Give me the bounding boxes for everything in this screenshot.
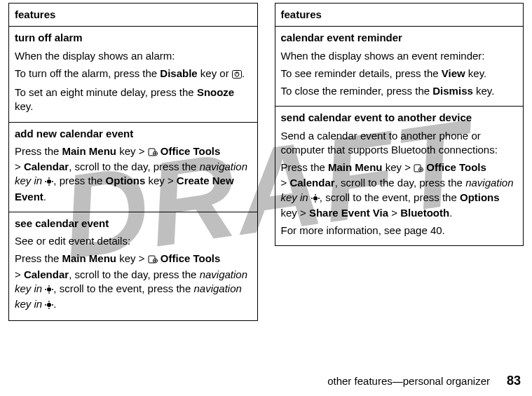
table-cell-event-reminder: calendar event reminder When the display… xyxy=(275,27,524,107)
office-tools-label: Office Tools xyxy=(426,161,486,173)
paragraph: Press the Main Menu key > Office Tools >… xyxy=(15,144,252,204)
power-key-icon xyxy=(232,68,242,82)
center-key-icon xyxy=(45,175,53,189)
paragraph: To set an eight minute delay, press the … xyxy=(15,86,252,114)
text: , scroll to the day, press the xyxy=(69,161,199,172)
cell-title: send calendar event to another device xyxy=(281,111,518,125)
text: , scroll to the day, press the xyxy=(335,177,465,189)
view-key-label: View xyxy=(442,67,465,79)
dismiss-key-label: Dismiss xyxy=(432,85,473,97)
main-menu-key-label: Main Menu xyxy=(328,161,383,173)
main-menu-key-label: Main Menu xyxy=(62,145,117,157)
text: , press the xyxy=(53,175,105,186)
text: To close the reminder, press the xyxy=(281,85,433,97)
svg-point-5 xyxy=(47,179,51,184)
text: key > xyxy=(116,252,148,264)
text: key. xyxy=(15,100,33,112)
text: key > xyxy=(145,175,177,186)
text: , scroll to the day, press the xyxy=(69,268,199,280)
calendar-label: Calendar xyxy=(24,161,69,172)
text: Press the xyxy=(15,145,62,157)
features-table-right: features calendar event reminder When th… xyxy=(275,3,524,246)
calendar-label: Calendar xyxy=(24,268,69,280)
office-tools-icon xyxy=(414,162,423,176)
text: key > xyxy=(383,161,414,173)
paragraph: Send a calendar event to another phone o… xyxy=(281,129,518,158)
bluetooth-label: Bluetooth xyxy=(400,207,449,219)
cell-title: turn off alarm xyxy=(15,31,252,45)
text: , scroll to the event, press the xyxy=(320,191,460,203)
text: key > xyxy=(116,145,148,157)
paragraph: When the display shows an alarm: xyxy=(15,49,252,63)
snooze-key-label: Snooze xyxy=(197,86,234,98)
text: Press the xyxy=(281,161,329,173)
features-table-left: features turn off alarm When the display… xyxy=(8,3,258,321)
paragraph: For more information, see page 40. xyxy=(281,224,518,238)
options-key-label: Options xyxy=(460,191,500,203)
text: . xyxy=(449,207,452,219)
office-tools-icon xyxy=(148,146,158,160)
text: , scroll to the event, press the xyxy=(53,282,193,294)
text: . xyxy=(53,298,56,310)
paragraph: Press the Main Menu key > Office Tools >… xyxy=(281,161,518,220)
table-cell-turn-off-alarm: turn off alarm When the display shows an… xyxy=(9,27,258,122)
text: To turn off the alarm, press the xyxy=(15,67,160,79)
text: Press the xyxy=(15,252,62,264)
paragraph: To see reminder details, press the View … xyxy=(281,67,518,81)
page-number: 83 xyxy=(507,372,521,389)
paragraph: When the display shows an event reminder… xyxy=(281,49,518,63)
office-tools-label: Office Tools xyxy=(161,145,221,157)
text: . xyxy=(242,67,245,79)
left-column: features turn off alarm When the display… xyxy=(8,3,258,321)
svg-point-8 xyxy=(47,287,51,292)
text: To see reminder details, press the xyxy=(281,67,442,79)
calendar-label: Calendar xyxy=(289,177,334,189)
table-cell-add-event: add new calendar event Press the Main Me… xyxy=(9,122,258,212)
cell-title: see calendar event xyxy=(15,217,252,231)
cell-title: add new calendar event xyxy=(15,127,252,141)
svg-point-12 xyxy=(313,196,318,200)
table-header: features xyxy=(275,4,524,27)
main-menu-key-label: Main Menu xyxy=(62,252,117,264)
options-key-label: Options xyxy=(106,175,146,186)
paragraph: To close the reminder, press the Dismiss… xyxy=(281,84,518,98)
footer-section-title: other features—personal organizer xyxy=(327,374,490,388)
content-columns: features turn off alarm When the display… xyxy=(0,0,532,321)
text: To set an eight minute delay, press the xyxy=(15,86,197,98)
office-tools-label: Office Tools xyxy=(161,252,221,264)
text: key > xyxy=(281,207,309,219)
page-footer: other features—personal organizer 83 xyxy=(0,372,532,389)
center-key-icon xyxy=(311,192,320,206)
disable-key-label: Disable xyxy=(160,67,197,79)
office-tools-icon xyxy=(148,253,158,267)
text: key. xyxy=(465,67,487,79)
svg-point-9 xyxy=(47,303,51,307)
center-key-icon xyxy=(45,299,53,313)
table-cell-send-event: send calendar event to another device Se… xyxy=(275,107,524,246)
right-column: features calendar event reminder When th… xyxy=(275,3,524,321)
table-header: features xyxy=(9,4,258,27)
paragraph: Press the Main Menu key > Office Tools >… xyxy=(15,252,252,313)
table-cell-see-event: see calendar event See or edit event det… xyxy=(9,212,258,321)
paragraph: To turn off the alarm, press the Disable… xyxy=(15,67,252,82)
text: . xyxy=(43,191,46,203)
share-event-via-label: Share Event Via xyxy=(309,207,388,219)
text: key. xyxy=(473,85,495,97)
text: key or xyxy=(198,67,232,79)
center-key-icon xyxy=(45,283,53,297)
cell-title: calendar event reminder xyxy=(281,31,518,45)
paragraph: See or edit event details: xyxy=(15,234,252,248)
